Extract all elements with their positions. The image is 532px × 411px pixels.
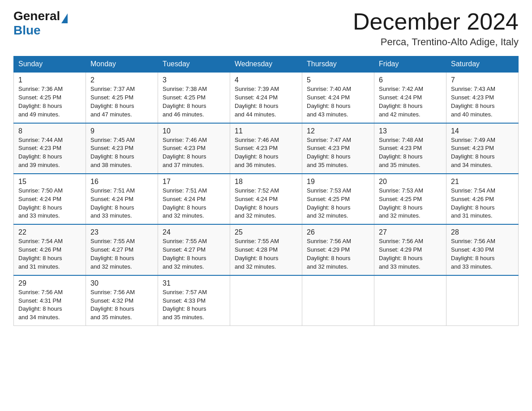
- week-row-3: 15 Sunrise: 7:50 AMSunset: 4:24 PMDaylig…: [14, 174, 519, 224]
- day-number: 14: [451, 127, 514, 135]
- logo-triangle-icon: [61, 13, 68, 23]
- day-info: Sunrise: 7:51 AMSunset: 4:24 PMDaylight:…: [90, 187, 153, 220]
- day-info: Sunrise: 7:50 AMSunset: 4:24 PMDaylight:…: [18, 187, 81, 220]
- calendar-cell: 14 Sunrise: 7:49 AMSunset: 4:23 PMDaylig…: [446, 123, 519, 174]
- calendar-cell: 16 Sunrise: 7:51 AMSunset: 4:24 PMDaylig…: [86, 174, 158, 224]
- day-number: 21: [451, 178, 514, 186]
- calendar-cell: 5 Sunrise: 7:40 AMSunset: 4:24 PMDayligh…: [302, 72, 374, 123]
- calendar-subtitle: Perca, Trentino-Alto Adige, Italy: [353, 36, 519, 48]
- calendar-cell: 7 Sunrise: 7:43 AMSunset: 4:23 PMDayligh…: [446, 72, 519, 123]
- calendar-cell: 1 Sunrise: 7:36 AMSunset: 4:25 PMDayligh…: [14, 72, 86, 123]
- day-info: Sunrise: 7:56 AMSunset: 4:29 PMDaylight:…: [379, 237, 442, 271]
- calendar-cell: 3 Sunrise: 7:38 AMSunset: 4:25 PMDayligh…: [158, 72, 230, 123]
- week-row-5: 29 Sunrise: 7:56 AMSunset: 4:31 PMDaylig…: [14, 275, 519, 326]
- calendar-cell: 21 Sunrise: 7:54 AMSunset: 4:26 PMDaylig…: [446, 174, 519, 224]
- calendar-cell: 11 Sunrise: 7:46 AMSunset: 4:23 PMDaylig…: [230, 123, 302, 174]
- day-number: 13: [379, 127, 442, 135]
- day-info: Sunrise: 7:54 AMSunset: 4:26 PMDaylight:…: [18, 237, 81, 271]
- day-number: 8: [18, 127, 81, 135]
- day-info: Sunrise: 7:56 AMSunset: 4:30 PMDaylight:…: [451, 237, 514, 271]
- day-info: Sunrise: 7:44 AMSunset: 4:23 PMDaylight:…: [18, 136, 81, 170]
- calendar-cell: 20 Sunrise: 7:53 AMSunset: 4:25 PMDaylig…: [374, 174, 446, 224]
- calendar-header-row: Sunday Monday Tuesday Wednesday Thursday…: [14, 56, 519, 73]
- calendar-cell: 17 Sunrise: 7:51 AMSunset: 4:24 PMDaylig…: [158, 174, 230, 224]
- day-number: 10: [163, 127, 225, 135]
- day-info: Sunrise: 7:47 AMSunset: 4:23 PMDaylight:…: [307, 136, 369, 170]
- day-info: Sunrise: 7:43 AMSunset: 4:23 PMDaylight:…: [451, 85, 514, 119]
- calendar-cell: 18 Sunrise: 7:52 AMSunset: 4:24 PMDaylig…: [230, 174, 302, 224]
- logo-general-text: General: [13, 9, 60, 23]
- day-number: 6: [379, 76, 442, 84]
- day-info: Sunrise: 7:48 AMSunset: 4:23 PMDaylight:…: [379, 136, 442, 170]
- col-header-saturday: Saturday: [446, 56, 519, 73]
- day-number: 15: [18, 178, 81, 186]
- col-header-sunday: Sunday: [14, 56, 86, 73]
- calendar-cell: 30 Sunrise: 7:56 AMSunset: 4:32 PMDaylig…: [86, 275, 158, 326]
- day-number: 1: [18, 76, 81, 84]
- day-number: 22: [18, 228, 81, 236]
- day-info: Sunrise: 7:40 AMSunset: 4:24 PMDaylight:…: [307, 85, 369, 119]
- day-info: Sunrise: 7:49 AMSunset: 4:23 PMDaylight:…: [451, 136, 514, 170]
- day-info: Sunrise: 7:51 AMSunset: 4:24 PMDaylight:…: [163, 187, 225, 220]
- calendar-cell: [302, 275, 374, 326]
- day-info: Sunrise: 7:53 AMSunset: 4:25 PMDaylight:…: [307, 187, 369, 220]
- day-info: Sunrise: 7:55 AMSunset: 4:28 PMDaylight:…: [235, 237, 297, 271]
- page-header: General Blue December 2024 Perca, Trenti…: [13, 9, 519, 48]
- day-number: 3: [163, 76, 225, 84]
- title-section: December 2024 Perca, Trentino-Alto Adige…: [353, 9, 519, 48]
- calendar-cell: 19 Sunrise: 7:53 AMSunset: 4:25 PMDaylig…: [302, 174, 374, 224]
- day-info: Sunrise: 7:56 AMSunset: 4:31 PMDaylight:…: [18, 288, 81, 322]
- week-row-4: 22 Sunrise: 7:54 AMSunset: 4:26 PMDaylig…: [14, 224, 519, 275]
- day-info: Sunrise: 7:39 AMSunset: 4:24 PMDaylight:…: [235, 85, 297, 119]
- week-row-1: 1 Sunrise: 7:36 AMSunset: 4:25 PMDayligh…: [14, 72, 519, 123]
- col-header-tuesday: Tuesday: [158, 56, 230, 73]
- day-number: 26: [307, 228, 369, 236]
- day-number: 19: [307, 178, 369, 186]
- calendar-cell: 22 Sunrise: 7:54 AMSunset: 4:26 PMDaylig…: [14, 224, 86, 275]
- day-number: 24: [163, 228, 225, 236]
- day-info: Sunrise: 7:53 AMSunset: 4:25 PMDaylight:…: [379, 187, 442, 220]
- day-info: Sunrise: 7:52 AMSunset: 4:24 PMDaylight:…: [235, 187, 297, 220]
- calendar-cell: 29 Sunrise: 7:56 AMSunset: 4:31 PMDaylig…: [14, 275, 86, 326]
- day-info: Sunrise: 7:38 AMSunset: 4:25 PMDaylight:…: [163, 85, 225, 119]
- calendar-cell: 2 Sunrise: 7:37 AMSunset: 4:25 PMDayligh…: [86, 72, 158, 123]
- day-number: 25: [235, 228, 297, 236]
- day-number: 18: [235, 178, 297, 186]
- col-header-wednesday: Wednesday: [230, 56, 302, 73]
- calendar-cell: 10 Sunrise: 7:46 AMSunset: 4:23 PMDaylig…: [158, 123, 230, 174]
- calendar-cell: [230, 275, 302, 326]
- day-number: 5: [307, 76, 369, 84]
- day-info: Sunrise: 7:55 AMSunset: 4:27 PMDaylight:…: [90, 237, 153, 271]
- day-info: Sunrise: 7:45 AMSunset: 4:23 PMDaylight:…: [90, 136, 153, 170]
- col-header-monday: Monday: [86, 56, 158, 73]
- calendar-cell: 24 Sunrise: 7:55 AMSunset: 4:27 PMDaylig…: [158, 224, 230, 275]
- col-header-friday: Friday: [374, 56, 446, 73]
- day-number: 30: [90, 279, 153, 287]
- calendar-title: December 2024: [353, 9, 519, 34]
- day-number: 2: [90, 76, 153, 84]
- logo: General Blue: [13, 9, 68, 38]
- day-info: Sunrise: 7:57 AMSunset: 4:33 PMDaylight:…: [163, 288, 225, 322]
- calendar-cell: 8 Sunrise: 7:44 AMSunset: 4:23 PMDayligh…: [14, 123, 86, 174]
- calendar-cell: 4 Sunrise: 7:39 AMSunset: 4:24 PMDayligh…: [230, 72, 302, 123]
- calendar-cell: 9 Sunrise: 7:45 AMSunset: 4:23 PMDayligh…: [86, 123, 158, 174]
- calendar-cell: 31 Sunrise: 7:57 AMSunset: 4:33 PMDaylig…: [158, 275, 230, 326]
- day-info: Sunrise: 7:54 AMSunset: 4:26 PMDaylight:…: [451, 187, 514, 220]
- calendar-cell: 28 Sunrise: 7:56 AMSunset: 4:30 PMDaylig…: [446, 224, 519, 275]
- calendar-cell: 23 Sunrise: 7:55 AMSunset: 4:27 PMDaylig…: [86, 224, 158, 275]
- calendar-cell: [446, 275, 519, 326]
- calendar-cell: 6 Sunrise: 7:42 AMSunset: 4:24 PMDayligh…: [374, 72, 446, 123]
- day-number: 29: [18, 279, 81, 287]
- day-number: 23: [90, 228, 153, 236]
- calendar-table: Sunday Monday Tuesday Wednesday Thursday…: [13, 56, 519, 326]
- logo-blue-text: Blue: [13, 23, 41, 38]
- day-number: 4: [235, 76, 297, 84]
- calendar-cell: 25 Sunrise: 7:55 AMSunset: 4:28 PMDaylig…: [230, 224, 302, 275]
- day-number: 20: [379, 178, 442, 186]
- day-number: 28: [451, 228, 514, 236]
- day-info: Sunrise: 7:37 AMSunset: 4:25 PMDaylight:…: [90, 85, 153, 119]
- calendar-cell: 15 Sunrise: 7:50 AMSunset: 4:24 PMDaylig…: [14, 174, 86, 224]
- day-number: 17: [163, 178, 225, 186]
- col-header-thursday: Thursday: [302, 56, 374, 73]
- day-number: 9: [90, 127, 153, 135]
